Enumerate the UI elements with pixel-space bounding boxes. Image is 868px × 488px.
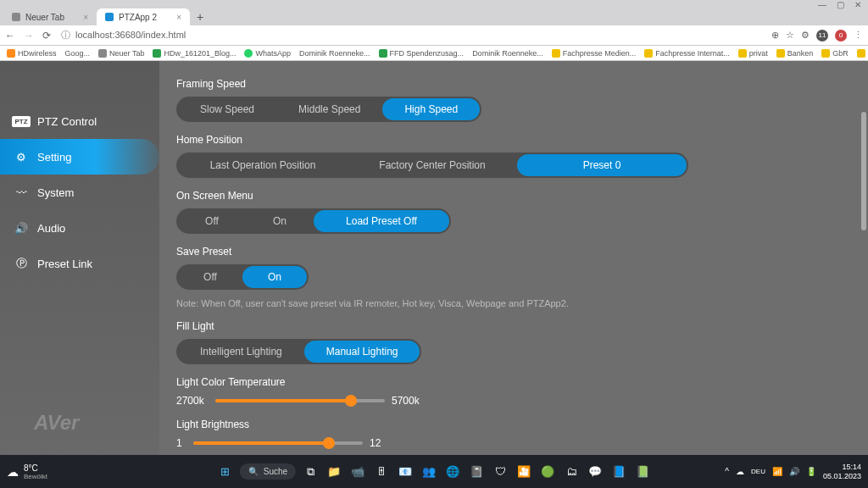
chat-icon[interactable]: 💬 — [586, 463, 604, 481]
task-view-icon[interactable]: ⧉ — [301, 463, 320, 481]
seg-save-on[interactable]: On — [242, 266, 307, 288]
close-button[interactable]: ✕ — [854, 0, 861, 9]
reload-button[interactable]: ⟳ — [42, 30, 51, 42]
brightness-slider[interactable] — [193, 441, 363, 445]
weather-cond: Bewölkt — [24, 473, 47, 480]
bookmark[interactable]: Fachpresse Internat... — [644, 49, 730, 58]
clock[interactable]: 15:14 05.01.2023 — [823, 463, 861, 481]
max-button[interactable]: ▢ — [837, 0, 844, 9]
browser-tabs: Neuer Tab× PTZApp 2× + — [0, 8, 868, 25]
seg-factory-center[interactable]: Factory Center Position — [348, 154, 517, 176]
onenote-icon[interactable]: 📓 — [467, 463, 486, 481]
share-icon[interactable]: ☆ — [786, 30, 794, 41]
save-preset-segmented: Off On — [176, 264, 309, 290]
volume-icon[interactable]: 🔊 — [789, 467, 799, 476]
framing-speed-label: Framing Speed — [176, 78, 851, 90]
bookmark-icon — [98, 49, 107, 58]
app-icon — [105, 13, 114, 21]
settings-content: Framing Speed Slow Speed Middle Speed Hi… — [159, 61, 868, 455]
chevron-up-icon[interactable]: ^ — [725, 467, 729, 476]
weather-temp: 8°C — [24, 463, 47, 473]
slider-thumb[interactable] — [323, 437, 335, 449]
sidebar-item-setting[interactable]: ⚙Setting — [0, 139, 159, 175]
seg-save-off[interactable]: Off — [178, 266, 242, 288]
menu-button[interactable]: ⋮ — [854, 30, 863, 41]
bookmark-icon — [7, 49, 15, 58]
sidebar-item-audio[interactable]: 🔊Audio — [0, 210, 159, 246]
bookmark-icon — [153, 49, 161, 58]
filezilla-icon[interactable]: 🗂 — [562, 463, 581, 481]
seg-osm-on[interactable]: On — [246, 210, 314, 232]
sidebar-item-label: System — [37, 186, 74, 199]
close-icon[interactable]: × — [83, 13, 88, 22]
sidebar-item-ptz-control[interactable]: PTZPTZ Control — [0, 103, 159, 139]
word-icon[interactable]: 📘 — [609, 463, 628, 481]
tab-neuer-tab[interactable]: Neuer Tab× — [3, 8, 97, 25]
edge-icon[interactable]: 🌐 — [443, 463, 462, 481]
back-button[interactable]: ← — [5, 30, 15, 42]
search-icon[interactable]: ⊕ — [771, 30, 779, 41]
av-icon[interactable]: 🛡 — [491, 463, 509, 481]
teams-icon[interactable]: 👥 — [420, 463, 438, 481]
bookmark[interactable]: GbR — [821, 49, 849, 58]
bookmark[interactable]: FFD Spendenzusag... — [379, 49, 465, 58]
translate-icon[interactable]: ⚙ — [801, 30, 810, 41]
excel-icon[interactable]: 📗 — [633, 463, 652, 481]
app-icon[interactable]: 🎚 — [372, 463, 391, 481]
seg-osm-off[interactable]: Off — [178, 210, 246, 232]
framing-speed-segmented: Slow Speed Middle Speed High Speed — [176, 97, 481, 122]
sidebar-item-system[interactable]: 〰System — [0, 175, 159, 210]
min-button[interactable]: — — [818, 0, 826, 9]
wifi-icon[interactable]: 📶 — [772, 467, 782, 476]
new-tab-button[interactable]: + — [190, 10, 210, 24]
scrollbar-thumb[interactable] — [861, 112, 866, 230]
bookmark[interactable]: Dominik Roenneke... — [472, 49, 543, 58]
sidebar-item-label: PTZ Control — [37, 115, 97, 128]
onedrive-icon[interactable]: ☁ — [736, 467, 744, 476]
close-icon[interactable]: × — [176, 13, 181, 22]
bookmark[interactable]: Banken — [776, 49, 814, 58]
language-indicator[interactable]: DEU — [751, 468, 765, 475]
cloud-icon: ☁ — [7, 465, 19, 479]
sidebar-item-label: Setting — [37, 151, 71, 164]
bookmark[interactable]: HDwireless — [7, 49, 57, 58]
seg-slow-speed[interactable]: Slow Speed — [178, 98, 276, 120]
bookmark[interactable]: Fachpresse Medien... — [552, 49, 637, 58]
extension-badge[interactable]: 11 — [816, 30, 828, 42]
bookmark[interactable]: WhatsApp — [244, 49, 291, 58]
seg-intelligent-lighting[interactable]: Intelligent Lighting — [178, 341, 304, 363]
system-tray: ^ ☁ DEU 📶 🔊 🔋 15:14 05.01.2023 — [725, 463, 861, 481]
chrome-icon[interactable]: 🟢 — [538, 463, 557, 481]
battery-icon[interactable]: 🔋 — [806, 467, 816, 476]
outlook-icon[interactable]: 📧 — [396, 463, 415, 481]
seg-manual-lighting[interactable]: Manual Lighting — [304, 341, 420, 363]
color-temp-slider[interactable] — [215, 399, 385, 402]
zoom-icon[interactable]: 🎦 — [515, 463, 533, 481]
seg-last-operation[interactable]: Last Operation Position — [178, 154, 348, 176]
home-position-segmented: Last Operation Position Factory Center P… — [176, 152, 688, 178]
explorer-icon[interactable]: 📁 — [325, 463, 343, 481]
start-button[interactable]: ⊞ — [216, 463, 235, 481]
slider-thumb[interactable] — [345, 395, 357, 407]
tab-ptzapp2[interactable]: PTZApp 2× — [97, 8, 190, 25]
url-input[interactable]: ⓘlocalhost:36680/index.html — [61, 29, 771, 42]
bookmark[interactable]: privat — [738, 49, 768, 58]
bookmark[interactable]: Goog... — [65, 49, 91, 58]
bookmark[interactable]: SVFD — [857, 49, 868, 58]
bookmark[interactable]: Neuer Tab — [98, 49, 144, 58]
seg-preset-0[interactable]: Preset 0 — [517, 154, 687, 176]
seg-high-speed[interactable]: High Speed — [382, 98, 480, 120]
videolan-icon[interactable]: 📹 — [348, 463, 367, 481]
weather-widget[interactable]: ☁ 8°C Bewölkt — [7, 463, 47, 480]
sidebar-item-preset-link[interactable]: ⓅPreset Link — [0, 246, 159, 281]
search-icon: 🔍 — [248, 467, 259, 476]
seg-load-preset-off[interactable]: Load Preset Off — [314, 210, 449, 232]
seg-middle-speed[interactable]: Middle Speed — [276, 98, 382, 120]
bookmark[interactable]: Dominik Roenneke... — [299, 49, 370, 58]
extension-badge-2[interactable]: 0 — [835, 30, 847, 42]
bookmark[interactable]: HDw_161201_Blog... — [153, 49, 236, 58]
taskbar-search[interactable]: 🔍Suche — [240, 463, 296, 480]
save-preset-label: Save Preset — [176, 246, 851, 258]
forward-button[interactable]: → — [24, 30, 34, 42]
sidebar-item-label: Audio — [37, 222, 65, 235]
